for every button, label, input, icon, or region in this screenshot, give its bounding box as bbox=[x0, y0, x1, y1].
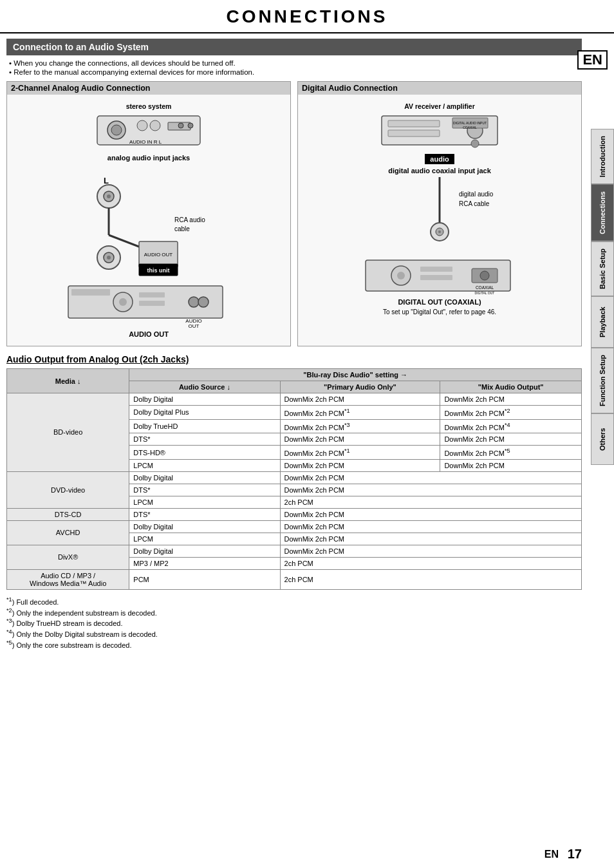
svg-text:AUDIO OUT: AUDIO OUT bbox=[144, 252, 173, 258]
mix-cell: DownMix 2ch PCM*5 bbox=[440, 446, 582, 460]
primary-cell: DownMix 2ch PCM bbox=[280, 533, 581, 545]
table-row: Audio CD / MP3 /Windows Media™ Audio PCM… bbox=[7, 569, 582, 589]
digital-out-coaxial-label: DIGITAL OUT (COAXIAL) bbox=[398, 298, 481, 306]
note-1: • When you change the connections, all d… bbox=[9, 59, 582, 67]
tab-introduction[interactable]: Introduction bbox=[591, 129, 614, 184]
svg-point-46 bbox=[438, 231, 441, 233]
primary-cell: 2ch PCM bbox=[280, 569, 581, 589]
primary-cell: DownMix 2ch PCM bbox=[280, 459, 440, 471]
audio-source-cell: DTS* bbox=[129, 508, 280, 520]
audio-source-cell: LPCM bbox=[129, 496, 280, 508]
svg-text:RCA audio: RCA audio bbox=[174, 216, 205, 223]
audio-source-cell: Dolby Digital bbox=[129, 520, 280, 533]
analog-title: 2-Channel Analog Audio Connection bbox=[7, 82, 290, 95]
digital-unit-svg: COAXIAL DIGITAL OUT bbox=[362, 257, 517, 296]
table-header-media-col: Media ↓ bbox=[7, 369, 129, 393]
audio-source-cell: PCM bbox=[129, 569, 280, 589]
en-badge-top: EN bbox=[577, 50, 608, 70]
svg-text:L: L bbox=[104, 176, 109, 185]
digital-out-desc: To set up "Digital Out", refer to page 4… bbox=[383, 308, 496, 316]
audio-output-table: Media ↓ "Blu-ray Disc Audio" setting → A… bbox=[6, 368, 582, 590]
svg-point-18 bbox=[107, 256, 111, 259]
svg-rect-53 bbox=[420, 275, 452, 280]
primary-cell: DownMix 2ch PCM bbox=[280, 433, 440, 446]
audio-source-cell: Dolby Digital bbox=[129, 471, 280, 484]
svg-text:digital audio: digital audio bbox=[459, 191, 494, 198]
mix-cell: DownMix 2ch PCM bbox=[440, 459, 582, 471]
svg-rect-36 bbox=[388, 120, 440, 127]
audio-out-label: AUDIO OUT bbox=[129, 330, 169, 338]
svg-point-7 bbox=[178, 123, 183, 128]
svg-text:COAXIAL: COAXIAL bbox=[463, 126, 477, 129]
table-header-mix: "Mix Audio Output" bbox=[440, 381, 582, 393]
audio-label: audio bbox=[425, 154, 454, 164]
digital-connection-box: Digital Audio Connection AV receiver / a… bbox=[297, 81, 582, 346]
bottom-en-label: EN bbox=[544, 849, 559, 860]
primary-cell: DownMix 2ch PCM bbox=[280, 508, 581, 520]
tab-playback[interactable]: Playback bbox=[591, 296, 614, 348]
svg-rect-52 bbox=[420, 267, 452, 272]
svg-text:COAXIAL: COAXIAL bbox=[476, 285, 494, 290]
svg-rect-29 bbox=[139, 292, 165, 297]
media-cell-divx: DivX® bbox=[7, 545, 129, 569]
svg-point-8 bbox=[188, 123, 193, 128]
audio-source-cell: DTS* bbox=[129, 433, 280, 446]
tab-others[interactable]: Others bbox=[591, 413, 614, 465]
page-title: CONNECTIONS bbox=[0, 0, 614, 33]
primary-cell: DownMix 2ch PCM bbox=[280, 520, 581, 533]
media-cell-bd: BD-video bbox=[7, 393, 129, 472]
table-header-primary: "Primary Audio Only" bbox=[280, 381, 440, 393]
svg-point-2 bbox=[111, 125, 122, 135]
svg-text:DIGITAL AUDIO INPUT: DIGITAL AUDIO INPUT bbox=[453, 121, 487, 125]
table-header-setting: "Blu-ray Disc Audio" setting → bbox=[129, 369, 582, 381]
svg-point-4 bbox=[150, 120, 160, 131]
table-row: DTS-CD DTS* DownMix 2ch PCM bbox=[7, 508, 582, 520]
stereo-system-svg: AUDIO IN R L bbox=[84, 113, 213, 151]
svg-point-12 bbox=[107, 194, 111, 198]
svg-rect-26 bbox=[71, 289, 110, 296]
table-row: DivX® Dolby Digital DownMix 2ch PCM bbox=[7, 545, 582, 557]
av-receiver-label: AV receiver / amplifier bbox=[404, 102, 475, 110]
svg-text:this unit: this unit bbox=[147, 267, 170, 274]
audio-source-cell: Dolby Digital Plus bbox=[129, 406, 280, 420]
audio-source-cell: Dolby Digital bbox=[129, 545, 280, 557]
svg-point-32 bbox=[198, 297, 209, 307]
mix-cell: DownMix 2ch PCM*4 bbox=[440, 419, 582, 433]
table-row: DVD-video Dolby Digital DownMix 2ch PCM bbox=[7, 471, 582, 484]
primary-cell: DownMix 2ch PCM*1 bbox=[280, 446, 440, 460]
svg-text:cable: cable bbox=[174, 225, 190, 232]
svg-text:OUT: OUT bbox=[189, 323, 200, 328]
audio-source-cell: Dolby Digital bbox=[129, 393, 280, 406]
notes: • When you change the connections, all d… bbox=[6, 59, 582, 76]
stereo-system-label: stereo system bbox=[126, 102, 172, 110]
svg-point-55 bbox=[480, 271, 489, 280]
mix-cell: DownMix 2ch PCM bbox=[440, 433, 582, 446]
tab-function-setup[interactable]: Function Setup bbox=[591, 348, 614, 413]
analog-cable-svg: L R AUDIO OUT bbox=[65, 164, 232, 280]
svg-rect-30 bbox=[139, 301, 165, 306]
footnote-5: *5) Only the core substream is decoded. bbox=[6, 639, 582, 649]
digital-cable-svg: digital audio RCA cable bbox=[375, 177, 504, 254]
tab-connections[interactable]: Connections bbox=[591, 184, 614, 241]
media-cell-audio-cd: Audio CD / MP3 /Windows Media™ Audio bbox=[7, 569, 129, 589]
footnote-4: *4) Only the Dolby Digital substream is … bbox=[6, 628, 582, 638]
svg-text:RCA cable: RCA cable bbox=[459, 200, 490, 207]
footnote-1: *1) Full decoded. bbox=[6, 596, 582, 606]
media-cell-dts-cd: DTS-CD bbox=[7, 508, 129, 520]
audio-source-cell: LPCM bbox=[129, 459, 280, 471]
primary-cell: 2ch PCM bbox=[280, 557, 581, 569]
primary-cell: DownMix 2ch PCM bbox=[280, 393, 440, 406]
tab-basic-setup[interactable]: Basic Setup bbox=[591, 241, 614, 296]
svg-point-28 bbox=[119, 298, 127, 306]
table-row: BD-video Dolby Digital DownMix 2ch PCM D… bbox=[7, 393, 582, 406]
note-2: • Refer to the manual accompanying exter… bbox=[9, 68, 582, 76]
primary-cell: DownMix 2ch PCM*1 bbox=[280, 406, 440, 420]
svg-point-31 bbox=[189, 297, 199, 307]
svg-point-51 bbox=[397, 272, 405, 279]
svg-rect-37 bbox=[388, 130, 440, 137]
footnote-3: *3) Dolby TrueHD stream is decoded. bbox=[6, 618, 582, 627]
bottom-bar: EN 17 bbox=[6, 847, 582, 862]
audio-source-cell: DTS-HD® bbox=[129, 446, 280, 460]
audio-source-cell: DTS* bbox=[129, 484, 280, 496]
primary-cell: DownMix 2ch PCM*3 bbox=[280, 419, 440, 433]
